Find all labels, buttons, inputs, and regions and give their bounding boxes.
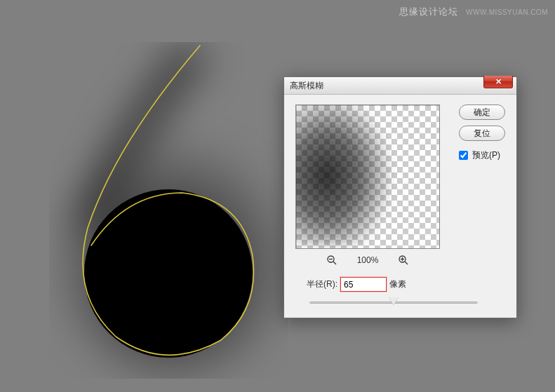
svg-line-3 (333, 262, 336, 264)
dialog-side-buttons: 确定 复位 预览(P) (459, 104, 505, 161)
zoom-in-icon[interactable] (398, 255, 409, 266)
close-button[interactable]: ✕ (483, 76, 513, 88)
radius-label: 半径(R): (307, 278, 337, 290)
watermark-sub: WWW.MISSYUAN.COM (466, 8, 548, 16)
slider-thumb[interactable] (389, 297, 399, 305)
radius-input[interactable] (340, 277, 387, 292)
zoom-controls: 100% (295, 255, 440, 266)
preview-content (295, 104, 394, 245)
preview-thumbnail[interactable] (295, 104, 440, 249)
gaussian-blur-dialog: 高斯模糊 ✕ 100% 半径(R): 像素 (283, 76, 517, 318)
svg-point-1 (84, 189, 253, 358)
dialog-body: 100% 半径(R): 像素 确定 复位 预览(P) (284, 95, 516, 318)
canvas-artwork (49, 42, 288, 379)
preview-checkbox-label: 预览(P) (472, 149, 500, 161)
ok-button[interactable]: 确定 (459, 104, 505, 120)
dialog-title: 高斯模糊 (290, 80, 323, 92)
radius-unit: 像素 (389, 278, 406, 290)
zoom-level-label: 100% (357, 255, 379, 265)
preview-checkbox-row[interactable]: 预览(P) (459, 149, 505, 161)
watermark-main: 思缘设计论坛 (399, 6, 458, 17)
svg-line-6 (405, 262, 408, 264)
ok-button-label: 确定 (474, 107, 490, 119)
preview-checkbox[interactable] (459, 151, 468, 160)
watermark: 思缘设计论坛 WWW.MISSYUAN.COM (399, 6, 548, 18)
reset-button-label: 复位 (474, 128, 490, 140)
svg-point-0 (60, 140, 284, 379)
reset-button[interactable]: 复位 (459, 126, 505, 141)
dialog-titlebar[interactable]: 高斯模糊 ✕ (284, 77, 516, 95)
radius-slider[interactable] (309, 299, 478, 307)
close-icon: ✕ (495, 77, 502, 86)
zoom-out-icon[interactable] (326, 255, 337, 266)
radius-row: 半径(R): 像素 (307, 277, 505, 292)
